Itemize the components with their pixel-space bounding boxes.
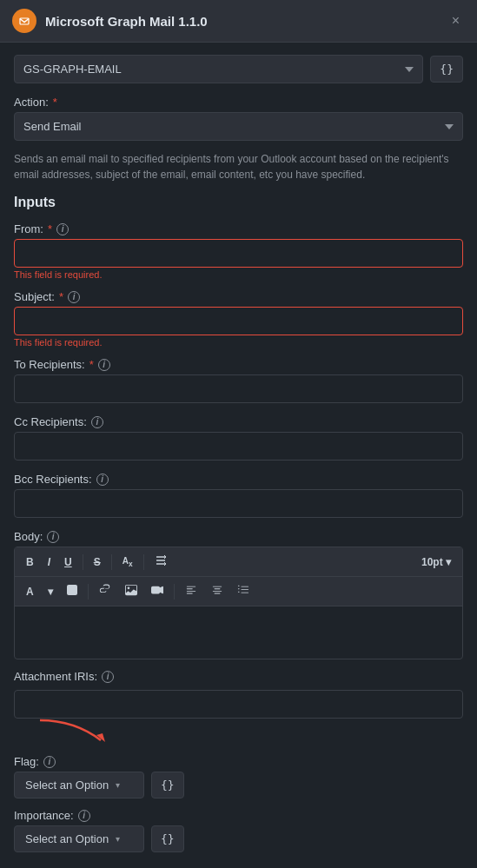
importance-group: Importance: i Select an Option ▾ {}	[14, 809, 463, 852]
from-required: *	[48, 222, 52, 235]
toolbar-sep3	[143, 554, 144, 570]
from-group: From: * i This field is required.	[14, 222, 463, 280]
importance-select-label: Select an Option	[25, 832, 109, 845]
image-button[interactable]	[119, 580, 143, 602]
cc-recipients-label: Cc Recipients:	[14, 415, 87, 428]
title-bar: Microsoft Graph Mail 1.1.0 ×	[0, 0, 477, 43]
strikethrough-button[interactable]: S	[88, 553, 107, 572]
font-size-button[interactable]: 10pt ▾	[415, 553, 457, 572]
cc-recipients-group: Cc Recipients: i	[14, 415, 463, 462]
subject-required: *	[59, 290, 63, 303]
flag-select-btn[interactable]: Select an Option ▾	[14, 772, 144, 798]
subject-error: This field is required.	[14, 337, 463, 348]
bcc-recipients-group: Bcc Recipients: i	[14, 473, 463, 520]
inputs-title: Inputs	[14, 195, 463, 210]
bcc-info-icon[interactable]: i	[96, 474, 109, 486]
app-title: Microsoft Graph Mail 1.1.0	[45, 14, 208, 29]
bcc-recipients-label: Bcc Recipients:	[14, 473, 92, 486]
to-recipients-label: To Recipients:	[14, 358, 85, 371]
to-recipients-input[interactable]	[14, 374, 463, 403]
subject-input[interactable]	[14, 307, 463, 335]
highlight-button[interactable]	[61, 581, 83, 601]
subject-group: Subject: * i This field is required.	[14, 290, 463, 348]
action-select[interactable]: Send Email	[14, 112, 463, 141]
body-info-icon[interactable]: i	[47, 531, 59, 543]
underline-button[interactable]: U	[58, 553, 78, 572]
importance-dropdown-row: Select an Option ▾ {}	[14, 825, 463, 852]
app-icon	[12, 9, 36, 33]
action-required: *	[53, 96, 57, 109]
align-center-button[interactable]	[205, 580, 229, 602]
flag-info-icon[interactable]: i	[43, 756, 56, 768]
attachment-iris-info-icon[interactable]: i	[102, 671, 114, 683]
description-text: Sends an email mail to specified recipie…	[14, 151, 463, 182]
list-button[interactable]	[231, 580, 255, 602]
from-error: This field is required.	[14, 269, 463, 280]
close-button[interactable]: ×	[447, 11, 465, 30]
italic-button[interactable]: I	[42, 553, 56, 572]
subscript-button[interactable]: Ax	[116, 553, 139, 572]
toolbar-sep1	[83, 554, 83, 570]
flag-json-btn[interactable]: {}	[151, 772, 184, 798]
body-label: Body:	[14, 530, 43, 543]
body-group: Body: i B I U S Ax	[14, 530, 463, 659]
video-button[interactable]	[145, 580, 169, 602]
flag-dropdown-arrow: ▾	[116, 780, 120, 790]
bcc-recipients-input[interactable]	[14, 489, 463, 518]
body-editor: B I U S Ax 10pt ▾	[14, 547, 463, 659]
connection-row: GS-GRAPH-EMAIL {}	[14, 55, 463, 83]
toolbar-sep4	[88, 584, 89, 600]
from-label: From:	[14, 222, 43, 235]
line-height-button[interactable]	[149, 551, 173, 573]
to-info-icon[interactable]: i	[98, 359, 110, 371]
attachment-iris-input[interactable]	[14, 690, 463, 719]
link-button[interactable]	[93, 580, 117, 602]
importance-dropdown-arrow: ▾	[116, 834, 120, 844]
from-info-icon[interactable]: i	[56, 223, 69, 235]
red-arrow-decoration	[31, 716, 118, 746]
toolbar-sep2	[111, 554, 112, 570]
align-left-button[interactable]	[179, 580, 203, 602]
importance-info-icon[interactable]: i	[78, 810, 90, 822]
body-editor-content[interactable]	[15, 606, 462, 659]
from-input[interactable]	[14, 239, 463, 268]
cc-info-icon[interactable]: i	[91, 416, 103, 428]
connection-select[interactable]: GS-GRAPH-EMAIL	[14, 55, 423, 83]
flag-group: Flag: i Select an Option ▾ {}	[14, 755, 463, 798]
to-required: *	[89, 358, 94, 371]
flag-dropdown-row: Select an Option ▾ {}	[14, 772, 463, 798]
connection-json-btn[interactable]: {}	[430, 56, 463, 83]
to-recipients-group: To Recipients: * i	[14, 358, 463, 405]
action-group: Action: * Send Email	[14, 96, 463, 141]
editor-toolbar-row1: B I U S Ax 10pt ▾	[15, 547, 462, 577]
font-color-dropdown[interactable]: ▾	[42, 582, 59, 601]
font-color-button[interactable]: A	[20, 582, 40, 601]
toolbar-sep5	[174, 584, 175, 600]
flag-label: Flag:	[14, 755, 39, 768]
action-label: Action:	[14, 96, 49, 109]
bold-button[interactable]: B	[20, 553, 40, 572]
flag-select-label: Select an Option	[25, 779, 109, 792]
editor-toolbar-row2: A ▾	[15, 577, 462, 606]
cc-recipients-input[interactable]	[14, 432, 463, 461]
importance-label: Importance:	[14, 809, 74, 822]
attachment-iris-group: Attachment IRIs: i List of IRI ID(s) of …	[14, 670, 463, 720]
importance-select-btn[interactable]: Select an Option ▾	[14, 825, 144, 852]
attachment-iris-label: Attachment IRIs:	[14, 670, 97, 683]
importance-json-btn[interactable]: {}	[151, 825, 184, 852]
subject-label: Subject:	[14, 290, 55, 303]
subject-info-icon[interactable]: i	[68, 291, 80, 303]
